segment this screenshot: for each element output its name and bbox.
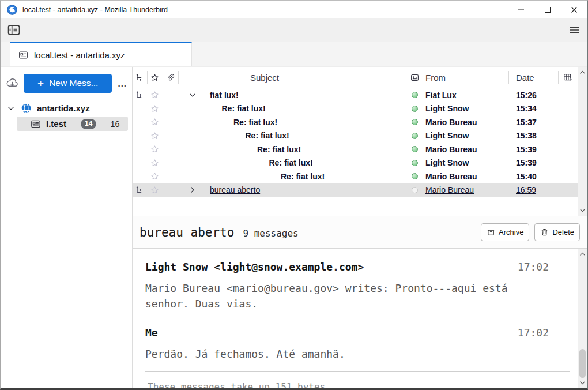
archive-button[interactable]: Archive <box>481 223 529 241</box>
account-name: antartida.xyz <box>37 103 90 113</box>
thunderbird-logo-icon <box>7 5 17 15</box>
unread-dot[interactable] <box>412 160 418 166</box>
unified-toolbar <box>1 18 587 42</box>
unread-dot[interactable] <box>412 92 418 98</box>
message-row[interactable]: Re: fiat lux! Light Snow 15:38 <box>133 129 578 143</box>
archive-icon <box>487 228 495 237</box>
account-row[interactable]: antartida.xyz <box>1 101 132 115</box>
close-button[interactable] <box>561 1 587 18</box>
folder-row-ltest[interactable]: l.test 14 16 <box>17 117 128 131</box>
message-snippet: Perdão. Já fechamos. Até amanhã. <box>145 346 570 362</box>
star-column-icon[interactable] <box>147 67 163 88</box>
from-cell: Mario Bureau <box>424 142 508 156</box>
star-icon[interactable] <box>150 186 159 194</box>
date-cell: 15:39 <box>508 142 558 156</box>
plus-icon: + <box>37 78 44 89</box>
from-cell: Light Snow <box>424 129 508 143</box>
from-cell: Mario Bureau <box>424 115 508 129</box>
message-row[interactable]: Re: fiat lux! Mario Bureau 15:37 <box>133 115 578 129</box>
message-pane: Light Snow <light@snow.example.com> 17:0… <box>133 249 587 388</box>
newsgroup-icon <box>31 119 41 129</box>
message-list: fiat lux! Fiat Lux 15:26 Re: fiat lux! <box>133 88 578 197</box>
folder-tree: antartida.xyz l.test 14 16 <box>1 101 132 131</box>
message-row[interactable]: Re: fiat lux! Light Snow 15:39 <box>133 156 578 170</box>
folder-pane-options-icon[interactable]: ... <box>118 78 127 88</box>
app-menu-icon[interactable] <box>569 25 581 35</box>
star-icon[interactable] <box>150 145 159 153</box>
message-row-selected[interactable]: bureau aberto Mario Bureau 16:59 <box>133 183 578 197</box>
from-cell: Light Snow <box>424 156 508 170</box>
star-icon[interactable] <box>150 172 159 181</box>
message-summary[interactable]: Light Snow <light@snow.example.com> 17:0… <box>145 256 570 321</box>
star-icon[interactable] <box>150 118 159 126</box>
subject-cell: Re: fiat lux! <box>222 104 266 113</box>
unread-column-icon[interactable] <box>405 67 424 88</box>
unread-dot[interactable] <box>412 133 418 139</box>
read-dot[interactable] <box>412 187 418 193</box>
date-column-header[interactable]: Date <box>508 67 558 88</box>
thunderbird-window: local.test - antartida.xyz - Mozilla Thu… <box>0 0 588 390</box>
subject-cell: Re: fiat lux! <box>269 158 313 167</box>
thread-icon <box>135 186 144 194</box>
subject-column-header[interactable]: Subject <box>178 67 405 88</box>
message-row[interactable]: Re: fiat lux! Light Snow 15:34 <box>133 102 578 116</box>
thread-message-count: 9 messages <box>243 226 298 239</box>
message-header-bar: bureau aberto 9 messages Archive Delete <box>133 216 587 249</box>
unread-dot[interactable] <box>412 173 418 179</box>
message-row[interactable]: fiat lux! Fiat Lux 15:26 <box>133 88 578 102</box>
thread-title: bureau aberto <box>140 226 234 239</box>
folder-pane: + New Mess... ... antartida.xyz l.test 1… <box>1 67 133 388</box>
thread-icon <box>135 91 144 99</box>
thread-column-icon[interactable] <box>133 67 147 88</box>
minimize-button[interactable] <box>508 1 534 18</box>
delete-button[interactable]: Delete <box>534 223 580 241</box>
message-time: 17:02 <box>518 261 570 273</box>
unread-dot[interactable] <box>412 119 418 125</box>
maximize-button[interactable] <box>534 1 561 18</box>
subject-cell: bureau aberto <box>210 185 260 194</box>
get-messages-icon[interactable] <box>6 77 19 89</box>
subject-cell: Re: fiat lux! <box>246 131 289 140</box>
message-summary[interactable]: Me 17:02 Perdão. Já fechamos. Até amanhã… <box>145 321 570 372</box>
message-sender: Light Snow <light@snow.example.com> <box>145 261 364 273</box>
newsgroup-icon <box>18 50 28 60</box>
message-sender: Me <box>145 327 158 339</box>
tab-bar: local.test - antartida.xyz <box>1 42 587 66</box>
new-message-button[interactable]: + New Mess... <box>24 74 112 93</box>
message-row[interactable]: Re: fiat lux! Mario Bureau 15:39 <box>133 142 578 156</box>
collapse-thread-icon[interactable] <box>185 91 200 99</box>
thread-size-note: These messages take up 151 bytes. <box>145 372 570 390</box>
tab-label: local.test - antartida.xyz <box>34 50 125 60</box>
scroll-up-icon[interactable] <box>579 69 586 76</box>
message-row[interactable]: Re: fiat lux! Mario Bureau 15:40 <box>133 170 578 183</box>
expand-thread-icon[interactable] <box>185 186 200 194</box>
from-cell: Light Snow <box>424 102 508 116</box>
tab-local-test[interactable]: local.test - antartida.xyz <box>10 42 192 66</box>
thread-pane-scrollbar[interactable] <box>578 67 587 216</box>
date-cell: 15:39 <box>508 156 558 170</box>
globe-icon <box>21 103 32 114</box>
star-icon[interactable] <box>150 104 159 113</box>
scroll-down-icon[interactable] <box>579 207 586 214</box>
scroll-up-icon[interactable] <box>579 250 586 258</box>
from-column-header[interactable]: From <box>424 67 508 88</box>
window-title: local.test - antartida.xyz - Mozilla Thu… <box>22 6 168 14</box>
date-cell: 15:38 <box>508 129 558 143</box>
unread-dot[interactable] <box>412 146 418 152</box>
date-cell: 15:40 <box>508 170 558 183</box>
total-count: 16 <box>110 119 119 129</box>
scrollbar-thumb[interactable] <box>579 349 586 378</box>
chevron-down-icon[interactable] <box>6 104 16 112</box>
column-picker-icon[interactable] <box>558 67 578 88</box>
toggle-folder-pane-icon[interactable] <box>7 24 20 36</box>
scroll-down-icon[interactable] <box>579 379 586 387</box>
attachment-column-icon[interactable] <box>163 67 178 88</box>
star-icon[interactable] <box>150 91 159 99</box>
star-icon[interactable] <box>150 132 159 140</box>
titlebar: local.test - antartida.xyz - Mozilla Thu… <box>1 1 587 18</box>
star-icon[interactable] <box>150 159 159 167</box>
date-cell: 16:59 <box>508 183 558 197</box>
message-pane-scrollbar[interactable] <box>578 249 587 388</box>
unread-dot[interactable] <box>412 106 418 112</box>
message-snippet: Mario Bureau <mario@bureau.gov> writes: … <box>145 280 570 312</box>
